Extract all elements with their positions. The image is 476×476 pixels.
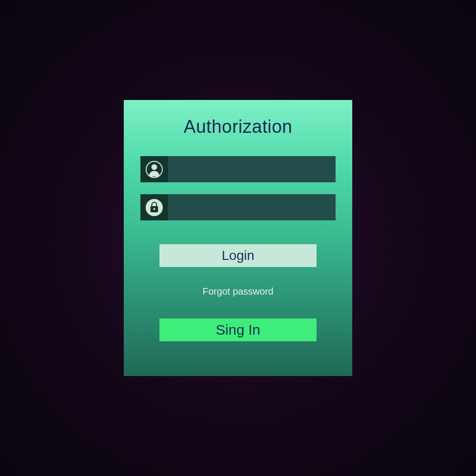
lock-icon [146, 199, 163, 216]
password-input[interactable] [168, 194, 336, 220]
password-group [140, 194, 336, 220]
forgot-password-link[interactable]: Forgot password [203, 286, 274, 297]
password-icon-box [140, 194, 168, 220]
card-title: Authorization [184, 117, 292, 137]
user-icon [146, 161, 163, 178]
username-group [140, 156, 336, 182]
login-button[interactable]: Login [159, 244, 317, 267]
username-icon-box [140, 156, 168, 182]
username-input[interactable] [168, 156, 336, 182]
signin-button[interactable]: Sing In [159, 318, 317, 341]
authorization-card: Authorization Login Forgot password Sing… [124, 100, 352, 376]
